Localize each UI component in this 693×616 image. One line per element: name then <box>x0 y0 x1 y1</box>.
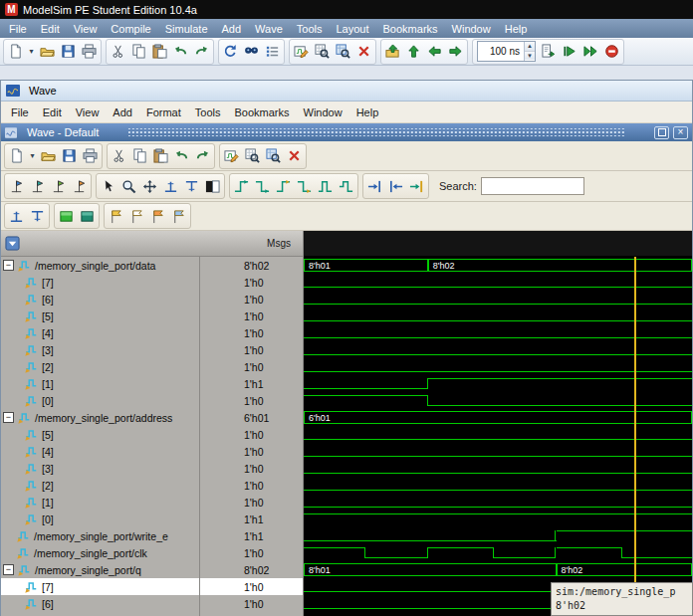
collapse-toggle[interactable] <box>3 260 14 271</box>
time-increment-button[interactable]: ▲ <box>525 42 535 52</box>
new-dropdown-button[interactable]: ▾ <box>27 145 38 166</box>
signal-row[interactable]: [5] <box>1 426 199 443</box>
ruler-top-button[interactable] <box>181 176 202 197</box>
signal-value-row[interactable]: 1'h0 <box>200 578 303 595</box>
prev-transition-button[interactable] <box>385 176 406 197</box>
save-button[interactable] <box>59 145 80 166</box>
signal-value-row[interactable]: 1'h1 <box>200 511 303 527</box>
signal-row[interactable]: [5] <box>1 308 199 324</box>
to-cursor-button[interactable] <box>406 176 427 197</box>
signal-row[interactable]: /memory_single_port/address <box>1 409 199 426</box>
ruler-bottom-button[interactable] <box>6 206 27 227</box>
menu-add[interactable]: Add <box>106 105 139 119</box>
signal-value-row[interactable]: 1'h0 <box>200 443 303 460</box>
break-button[interactable] <box>601 41 622 62</box>
menu-format[interactable]: Format <box>139 105 188 119</box>
signal-value-row[interactable]: 8'h02 <box>200 561 303 578</box>
signal-row[interactable]: [0] <box>1 511 199 527</box>
ruler-top-button[interactable] <box>27 206 48 227</box>
new-button[interactable] <box>6 145 27 166</box>
delete-button[interactable] <box>284 145 305 166</box>
menu-wave[interactable]: Wave <box>248 22 290 36</box>
run-button[interactable] <box>539 41 560 62</box>
signal-row[interactable]: [4] <box>1 324 199 341</box>
redo-button[interactable] <box>192 145 213 166</box>
cut-button[interactable] <box>108 41 128 62</box>
menu-layout[interactable]: Layout <box>330 22 376 36</box>
signal-row[interactable]: [6] <box>1 595 199 612</box>
menu-window[interactable]: Window <box>445 22 498 36</box>
print-button[interactable] <box>79 41 100 62</box>
find-button[interactable] <box>241 41 262 62</box>
flag-button[interactable] <box>106 206 126 227</box>
signal-row[interactable]: [1] <box>1 494 199 511</box>
edge-both-button[interactable] <box>315 176 336 197</box>
signal-value-row[interactable]: 1'h0 <box>200 274 303 291</box>
menu-window[interactable]: Window <box>297 105 349 119</box>
signal-value-row[interactable]: 1'h1 <box>200 527 303 544</box>
print-button[interactable] <box>80 145 101 166</box>
undock-button[interactable] <box>654 126 669 139</box>
menu-help[interactable]: Help <box>349 105 386 119</box>
ruler-bottom-button[interactable] <box>160 176 181 197</box>
signal-value-row[interactable]: 8'h02 <box>200 257 303 274</box>
menu-file[interactable]: File <box>2 22 34 36</box>
waveform-canvas[interactable]: 8'h018'h026'h018'h018'h02 <box>304 257 692 616</box>
bw-button[interactable] <box>202 176 223 197</box>
edge-last-button[interactable] <box>336 176 356 197</box>
cursor-green-button[interactable] <box>48 176 69 197</box>
green-block-button[interactable] <box>56 206 77 227</box>
cut-button[interactable] <box>109 145 129 166</box>
menu-add[interactable]: Add <box>215 22 249 36</box>
open-button[interactable] <box>38 145 59 166</box>
runall-button[interactable] <box>580 41 601 62</box>
menu-bookmarks[interactable]: Bookmarks <box>376 22 445 36</box>
signal-row[interactable]: [1] <box>1 375 199 392</box>
main-titlebar[interactable]: M ModelSim PE Student Edition 10.4a <box>0 0 693 19</box>
continue-button[interactable] <box>560 41 580 62</box>
signal-value-row[interactable]: 1'h0 <box>200 341 303 358</box>
signal-row[interactable]: /memory_single_port/clk <box>1 544 199 561</box>
signal-row[interactable]: [6] <box>1 291 199 308</box>
menu-view[interactable]: View <box>69 105 107 119</box>
signal-value-row[interactable]: 1'h0 <box>200 324 303 341</box>
signal-value-row[interactable]: 1'h0 <box>200 477 303 494</box>
objects-button[interactable] <box>262 41 283 62</box>
pointer-button[interactable] <box>98 176 118 197</box>
signal-row[interactable]: [7] <box>1 578 199 595</box>
save-button[interactable] <box>58 41 79 62</box>
undo-button[interactable] <box>170 41 191 62</box>
editwave-button[interactable] <box>291 41 312 62</box>
menu-compile[interactable]: Compile <box>104 22 157 36</box>
signal-value-row[interactable]: 1'h0 <box>200 494 303 511</box>
new-dropdown-button[interactable]: ▾ <box>26 41 37 62</box>
signal-row[interactable]: [3] <box>1 341 199 358</box>
edge-rise-arrow-button[interactable] <box>273 176 294 197</box>
menu-edit[interactable]: Edit <box>36 105 69 119</box>
signal-row[interactable]: /memory_single_port/q <box>1 561 199 578</box>
up-button[interactable] <box>403 41 424 62</box>
flag3-button[interactable] <box>147 206 168 227</box>
signal-row[interactable]: [2] <box>1 477 199 494</box>
wave-default-tab-bar[interactable]: Wave - Default × <box>1 123 692 141</box>
signal-row[interactable]: /memory_single_port/data <box>1 257 199 274</box>
timeline-header[interactable] <box>304 231 692 257</box>
signal-row[interactable]: [3] <box>1 460 199 477</box>
signal-value-row[interactable]: 1'h0 <box>200 291 303 308</box>
wave-titlebar[interactable]: Wave <box>1 81 692 102</box>
move-button[interactable] <box>139 176 160 197</box>
reload-button[interactable] <box>220 41 241 62</box>
run-length-field[interactable]: 100 ns▲▼ <box>477 41 536 62</box>
signal-value-row[interactable]: 1'h0 <box>200 595 303 612</box>
time-cursor[interactable] <box>634 257 636 616</box>
open-button[interactable] <box>37 41 58 62</box>
signal-row[interactable]: [4] <box>1 443 199 460</box>
menu-view[interactable]: View <box>67 22 105 36</box>
signal-row[interactable]: [0] <box>1 392 199 409</box>
cursor-orange-button[interactable] <box>69 176 90 197</box>
close-button[interactable]: × <box>673 126 688 139</box>
editwave-button[interactable] <box>221 145 242 166</box>
cursor-teal-button[interactable] <box>27 176 48 197</box>
back-button[interactable] <box>424 41 445 62</box>
edge-fall-arrow-button[interactable] <box>294 176 315 197</box>
